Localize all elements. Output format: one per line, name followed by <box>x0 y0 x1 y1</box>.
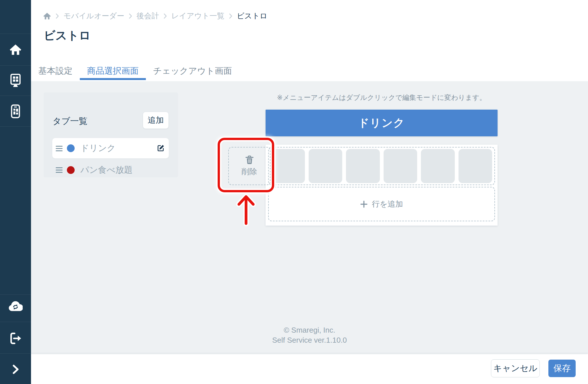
sidebar-item-cloud-sync[interactable] <box>0 300 31 312</box>
menu-item-tile-empty[interactable] <box>309 149 343 183</box>
footer-version: Self Service ver.1.10.0 <box>31 335 588 345</box>
chevron-right-icon <box>229 13 233 19</box>
footer-copyright: © Smaregi, Inc. <box>31 325 588 335</box>
drag-handle-icon[interactable] <box>56 167 63 173</box>
breadcrumb-item[interactable]: レイアウト一覧 <box>171 11 225 21</box>
app-footer: © Smaregi, Inc. Self Service ver.1.10.0 <box>31 325 588 345</box>
home-icon <box>9 44 22 56</box>
cloud-sync-icon <box>8 301 23 312</box>
menu-item-tile-empty[interactable] <box>346 149 380 183</box>
tab-list-item-selected[interactable]: ドリンク <box>52 138 169 158</box>
chevron-right-icon <box>55 13 59 19</box>
add-row-button[interactable]: 行を追加 <box>268 187 495 221</box>
sidebar-divider <box>0 294 31 295</box>
page-title: ビストロ <box>44 28 91 43</box>
tab-color-dot <box>67 144 75 152</box>
add-row-label: 行を追加 <box>372 199 403 209</box>
tab-basic-settings[interactable]: 基本設定 <box>38 65 80 80</box>
delete-drop-zone[interactable]: 削除 <box>228 147 270 185</box>
plus-icon <box>360 200 368 208</box>
tab-list-panel: タブ一覧 追加 ドリンク パン食べ放題 <box>44 92 178 177</box>
sidebar-divider <box>0 34 31 34</box>
sidebar-divider <box>0 126 31 127</box>
trash-icon <box>245 155 254 164</box>
tab-list-title: タブ一覧 <box>53 115 87 127</box>
editor-note: ※メニューアイテムはダブルクリックで編集モードに変わります。 <box>266 93 498 102</box>
sidebar-divider <box>0 96 31 96</box>
chevron-right-icon <box>129 13 132 19</box>
menu-tab-header[interactable]: ドリンク <box>266 110 498 136</box>
sidebar-divider <box>0 322 31 322</box>
menu-tab-header-label: ドリンク <box>358 116 405 130</box>
tab-color-dot <box>67 166 75 174</box>
drag-handle-icon[interactable] <box>56 146 63 151</box>
kiosk-icon <box>10 74 21 88</box>
breadcrumb: モバイルオーダー 後会計 レイアウト一覧 ビストロ <box>43 11 267 21</box>
cancel-button[interactable]: キャンセル <box>491 359 540 377</box>
sidebar-item-kiosk[interactable] <box>0 73 31 88</box>
sidebar-item-logout[interactable] <box>0 332 31 344</box>
home-icon[interactable] <box>43 12 51 20</box>
breadcrumb-item[interactable]: モバイルオーダー <box>63 11 124 21</box>
chevron-right-icon <box>163 13 167 19</box>
action-bar: キャンセル 保存 <box>31 354 588 384</box>
tab-list-item[interactable]: パン食べ放題 <box>52 161 169 179</box>
tab-product-selection[interactable]: 商品選択画面 <box>80 65 146 80</box>
sidebar-divider <box>0 65 31 66</box>
tab-bar: 基本設定 商品選択画面 チェックアウト画面 <box>38 65 239 80</box>
sidebar-item-mobile[interactable] <box>0 104 31 118</box>
logout-icon <box>10 332 21 344</box>
menu-layout-panel: 行を追加 <box>266 145 498 226</box>
menu-item-tile-empty[interactable] <box>271 149 305 183</box>
edit-icon <box>157 144 165 152</box>
sidebar-item-expand[interactable] <box>0 364 31 375</box>
sidebar <box>0 0 31 384</box>
add-tab-button[interactable]: 追加 <box>143 112 169 129</box>
content-area: タブ一覧 追加 ドリンク パン食べ放題 ※メニューアイテムはダ <box>31 81 588 384</box>
edit-tab-button[interactable] <box>157 144 165 152</box>
menu-row <box>268 147 495 185</box>
highlight-arrow <box>230 191 262 227</box>
page-header: モバイルオーダー 後会計 レイアウト一覧 ビストロ ビストロ 基本設定 商品選択… <box>31 0 588 81</box>
app-root: モバイルオーダー 後会計 レイアウト一覧 ビストロ ビストロ 基本設定 商品選択… <box>0 0 588 384</box>
menu-item-tile-empty[interactable] <box>421 149 455 183</box>
mobile-icon <box>11 104 20 118</box>
breadcrumb-item-current: ビストロ <box>237 11 267 21</box>
breadcrumb-item[interactable]: 後会計 <box>137 11 159 21</box>
delete-drop-zone-label: 削除 <box>242 166 257 177</box>
expand-icon <box>12 364 19 375</box>
menu-item-tile-empty[interactable] <box>384 149 417 183</box>
menu-item-tile-empty[interactable] <box>459 149 492 183</box>
tab-item-label: パン食べ放題 <box>80 164 165 176</box>
sidebar-item-home[interactable] <box>0 43 31 56</box>
tab-checkout[interactable]: チェックアウト画面 <box>146 65 239 80</box>
tab-item-label: ドリンク <box>80 142 157 154</box>
save-button[interactable]: 保存 <box>548 360 576 377</box>
sidebar-divider <box>0 353 31 354</box>
